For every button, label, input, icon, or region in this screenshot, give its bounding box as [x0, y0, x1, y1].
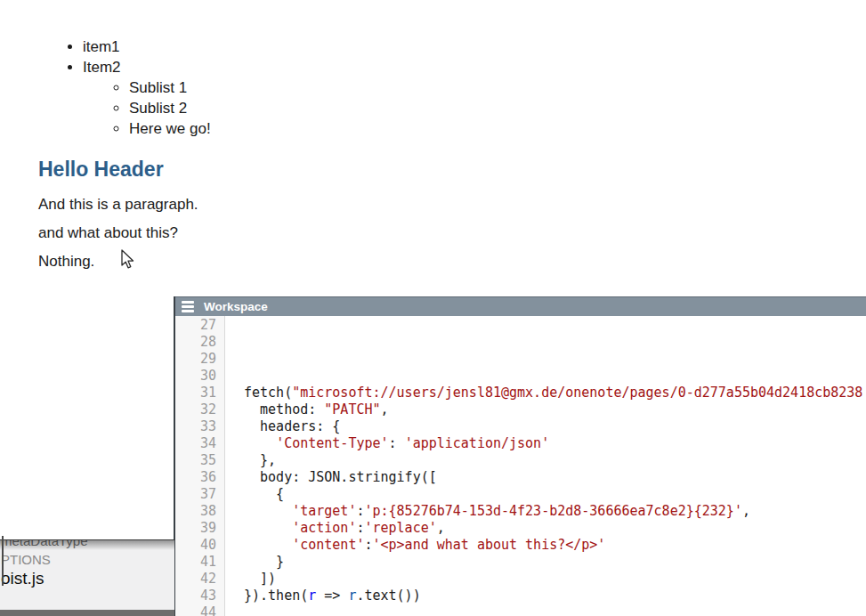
code-line[interactable]: body: JSON.stringify([ — [244, 469, 866, 486]
code-token: 'target' — [292, 503, 356, 519]
sub-list-item: Here we go! — [129, 118, 211, 139]
code-token: 'action' — [292, 520, 356, 536]
line-number: 43 — [175, 588, 216, 604]
code-line[interactable]: } — [244, 554, 866, 571]
code-token: 'Content-Type' — [276, 435, 388, 451]
code-token: , — [742, 503, 750, 519]
line-number: 37 — [175, 486, 216, 503]
line-number: 28 — [175, 334, 216, 351]
line-number: 42 — [175, 571, 216, 588]
code-token: { — [244, 486, 284, 502]
line-number: 40 — [175, 537, 216, 554]
code-line[interactable]: 'action':'replace', — [244, 520, 866, 537]
code-token: .text()) — [356, 588, 420, 604]
window-edge-line — [2, 536, 4, 586]
popup-item-partial[interactable]: metaDataType — [1, 539, 88, 548]
autocomplete-popup: metaDataType PTIONS oist.js — [0, 539, 174, 616]
code-token — [244, 503, 292, 519]
code-token: 'replace' — [364, 520, 436, 536]
code-line[interactable] — [244, 334, 866, 351]
line-number: 34 — [175, 435, 216, 452]
line-number: 30 — [175, 368, 216, 385]
code-token: fetch( — [244, 385, 292, 401]
line-number: 33 — [175, 418, 216, 435]
popup-item[interactable]: PTIONS — [1, 552, 51, 567]
line-number: 36 — [175, 469, 216, 486]
code-line[interactable] — [244, 317, 866, 334]
code-token — [244, 435, 276, 451]
code-token: method: — [244, 401, 324, 417]
code-line[interactable]: ]) — [244, 571, 866, 588]
line-number: 32 — [175, 401, 216, 418]
code-token: : — [364, 537, 372, 553]
sub-list-item: Sublist 2 — [129, 98, 211, 118]
code-token: 'p:{85276b74-153d-4f23-b2d8-36666ea7c8e2… — [364, 503, 741, 519]
sub-list: Sublist 1 Sublist 2 Here we go! — [83, 77, 211, 139]
line-number: 27 — [175, 317, 216, 334]
bullet-list: item1 Item2 Sublist 1 Sublist 2 Here we … — [38, 36, 211, 139]
code-token: body: JSON.stringify([ — [244, 469, 437, 485]
code-line[interactable]: fetch("microsoft://users/jensl81@gmx.de/… — [244, 385, 866, 401]
code-token — [244, 537, 292, 553]
code-token: , — [437, 520, 445, 536]
code-token: }, — [244, 452, 276, 468]
workspace-header: Workspace — [175, 296, 866, 316]
line-number: 44 — [175, 604, 216, 616]
overlay-bottom-bar — [0, 610, 174, 616]
code-lines[interactable]: fetch("microsoft://users/jensl81@gmx.de/… — [225, 316, 866, 616]
code-token: "microsoft://users/jensl81@gmx.de/onenot… — [292, 385, 862, 401]
code-token: 'application/json' — [405, 435, 550, 451]
code-token: "PATCH" — [324, 401, 380, 417]
code-line[interactable]: }).then(r => r.text()) — [244, 588, 866, 604]
code-token: '<p>and what about this?</p>' — [373, 537, 606, 553]
code-token: headers: { — [244, 418, 340, 434]
page-heading: Hello Header — [38, 158, 164, 182]
code-line[interactable] — [244, 604, 866, 616]
editor-body: 272829303132333435363738394041424344 fet… — [175, 316, 866, 616]
code-token — [244, 520, 292, 536]
paragraph: and what about this? — [38, 224, 178, 242]
line-number: 29 — [175, 351, 216, 368]
code-token: 'content' — [292, 537, 364, 553]
code-line[interactable]: headers: { — [244, 418, 866, 435]
line-number: 41 — [175, 554, 216, 571]
code-line[interactable]: }, — [244, 452, 866, 469]
line-number: 39 — [175, 520, 216, 537]
paragraph: Nothing. — [38, 253, 94, 271]
list-item: item1 — [83, 36, 211, 57]
hamburger-icon[interactable] — [182, 301, 194, 312]
code-token: r — [308, 588, 316, 604]
line-number: 38 — [175, 503, 216, 520]
line-number: 35 — [175, 452, 216, 469]
workspace-panel: Workspace 272829303132333435363738394041… — [174, 296, 866, 616]
line-number: 31 — [175, 385, 216, 401]
sub-list-item: Sublist 1 — [129, 77, 211, 98]
code-token: , — [381, 401, 389, 417]
code-token: => — [316, 588, 348, 604]
code-line[interactable] — [244, 351, 866, 368]
popup-item[interactable]: oist.js — [1, 569, 45, 588]
code-line[interactable]: 'target':'p:{85276b74-153d-4f23-b2d8-366… — [244, 503, 866, 520]
code-line[interactable]: { — [244, 486, 866, 503]
workspace-title: Workspace — [204, 300, 268, 313]
code-line[interactable] — [244, 368, 866, 385]
code-token: } — [244, 554, 284, 570]
code-token: ]) — [244, 571, 276, 587]
list-item: Item2 Sublist 1 Sublist 2 Here we go! — [83, 57, 211, 139]
code-line[interactable]: 'Content-Type': 'application/json' — [244, 435, 866, 452]
code-line[interactable]: 'content':'<p>and what about this?</p>' — [244, 537, 866, 554]
paragraph: And this is a paragraph. — [38, 196, 198, 214]
code-token: }).then( — [244, 588, 308, 604]
code-token: : — [389, 435, 405, 451]
code-line[interactable]: method: "PATCH", — [244, 401, 866, 418]
arrow-cursor-icon — [119, 249, 137, 271]
list-item-label: Item2 — [83, 59, 121, 76]
line-number-gutter: 272829303132333435363738394041424344 — [175, 316, 225, 616]
